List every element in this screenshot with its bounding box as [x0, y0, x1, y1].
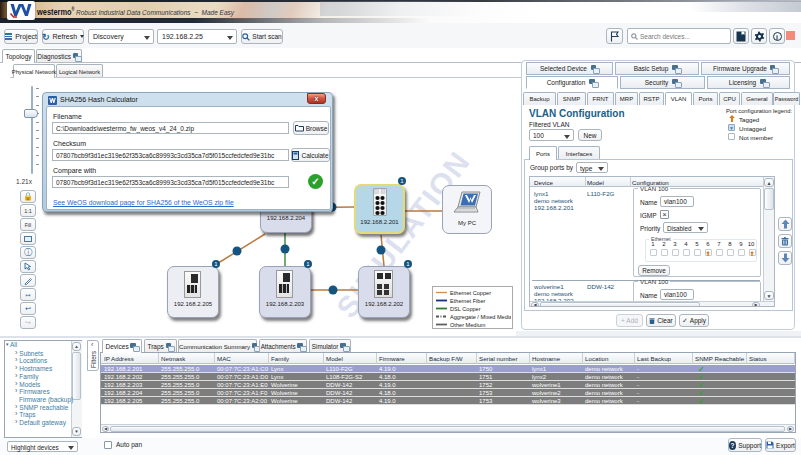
svg-text:Ethernet Copper: Ethernet Copper [450, 290, 491, 296]
svg-text:Aggregate / Mixed Media: Aggregate / Mixed Media [450, 314, 511, 320]
svg-text:DSL Copper: DSL Copper [450, 306, 481, 312]
svg-text:Other Medium: Other Medium [450, 322, 486, 327]
svg-text:Ethernet Fiber: Ethernet Fiber [450, 298, 486, 304]
